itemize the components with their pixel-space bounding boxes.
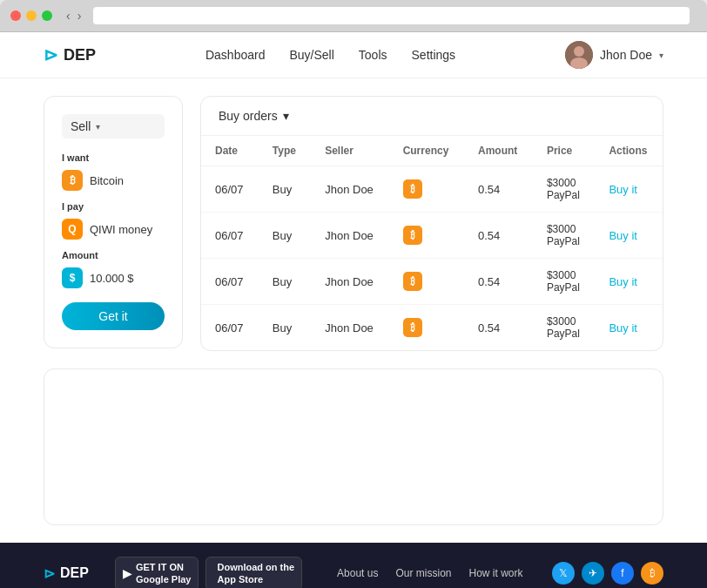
buy-it-button[interactable]: Buy it xyxy=(609,183,637,196)
footer-social: 𝕏 ✈ f ₿ xyxy=(552,562,663,585)
bitcoin-item[interactable]: ₿ Bitcoin xyxy=(62,170,165,191)
table-body: 06/07 Buy Jhon Doe ₿ 0.54 $3000PayPal Bu… xyxy=(201,166,663,351)
app-store-badge[interactable]: Download on the App Store xyxy=(205,557,302,588)
cell-type: Buy xyxy=(259,213,311,259)
app-store-bottom: App Store xyxy=(217,573,294,585)
cell-amount: 0.54 xyxy=(464,213,533,259)
trade-area: Sell ▾ I want ₿ Bitcoin I pay Q QIW xyxy=(44,96,663,351)
i-want-section: I want ₿ Bitcoin xyxy=(62,152,165,191)
qiwi-label: QIWI money xyxy=(90,223,152,236)
footer: ⊳ DEP ▶ GET IT ON Google Play Download o… xyxy=(0,543,707,588)
back-button[interactable]: ‹ xyxy=(66,9,71,23)
buy-it-button[interactable]: Buy it xyxy=(609,229,637,242)
cell-action: Buy it xyxy=(595,166,663,213)
usd-icon: $ xyxy=(62,267,83,288)
cell-type: Buy xyxy=(259,166,311,213)
sell-selector[interactable]: Sell ▾ xyxy=(62,114,165,139)
cell-type: Buy xyxy=(259,259,311,305)
currency-icon-btc: ₿ xyxy=(403,318,422,337)
amount-item: $ 10.000 $ xyxy=(62,267,165,288)
amount-label: Amount xyxy=(62,250,165,260)
nav-dashboard[interactable]: Dashboard xyxy=(205,48,266,62)
buy-orders-arrow: ▾ xyxy=(283,109,289,123)
nav-tools[interactable]: Tools xyxy=(359,48,387,62)
footer-logo-icon: ⊳ xyxy=(44,565,55,582)
orders-table-card: Buy orders ▾ Date Type Seller Currency A… xyxy=(200,96,663,351)
cell-currency: ₿ xyxy=(389,166,464,213)
logo-icon: ⊳ xyxy=(44,44,58,65)
i-pay-label: I pay xyxy=(62,201,165,212)
user-chevron: ▾ xyxy=(659,51,663,60)
cell-amount: 0.54 xyxy=(464,166,533,213)
col-type: Type xyxy=(259,136,311,166)
buy-orders-selector[interactable]: Buy orders ▾ xyxy=(219,109,289,123)
footer-how[interactable]: How it work xyxy=(468,567,522,579)
page: ⊳ DEP Dashboard Buy/Sell Tools Settings … xyxy=(0,32,707,588)
sell-arrow: ▾ xyxy=(96,122,100,132)
table-row: 06/07 Buy Jhon Doe ₿ 0.54 $3000PayPal Bu… xyxy=(201,166,663,213)
sell-label: Sell xyxy=(71,119,91,133)
orders-table: Date Type Seller Currency Amount Price A… xyxy=(201,136,663,350)
cell-seller: Jhon Doe xyxy=(311,305,388,351)
col-amount: Amount xyxy=(464,136,533,166)
cell-price: $3000PayPal xyxy=(533,305,595,351)
footer-about[interactable]: About us xyxy=(337,567,378,579)
col-date: Date xyxy=(201,136,259,166)
main-content: Sell ▾ I want ₿ Bitcoin I pay Q QIW xyxy=(0,78,707,543)
address-bar[interactable] xyxy=(93,7,690,24)
cell-date: 06/07 xyxy=(201,166,259,213)
i-pay-section: I pay Q QIWI money xyxy=(62,201,165,240)
table-header-row: Date Type Seller Currency Amount Price A… xyxy=(201,136,663,166)
footer-stores: ▶ GET IT ON Google Play Download on the … xyxy=(115,557,302,588)
maximize-button[interactable] xyxy=(42,10,52,21)
minimize-button[interactable] xyxy=(26,10,37,21)
google-play-text: GET IT ON Google Play xyxy=(136,561,192,586)
bitcoin-social-icon[interactable]: ₿ xyxy=(641,562,663,585)
google-play-top: GET IT ON xyxy=(136,561,192,573)
table-row: 06/07 Buy Jhon Doe ₿ 0.54 $3000PayPal Bu… xyxy=(201,213,663,259)
footer-mission[interactable]: Our mission xyxy=(395,567,451,579)
currency-icon-btc: ₿ xyxy=(403,179,422,199)
user-name: Jhon Doe xyxy=(600,48,652,62)
cell-type: Buy xyxy=(259,305,311,351)
google-play-icon: ▶ xyxy=(123,566,132,580)
app-store-top: Download on the xyxy=(217,561,294,573)
nav-settings[interactable]: Settings xyxy=(412,48,456,62)
cell-seller: Jhon Doe xyxy=(311,259,388,305)
cell-action: Buy it xyxy=(595,305,663,351)
forward-button[interactable]: › xyxy=(77,9,82,23)
buy-orders-label: Buy orders xyxy=(219,109,278,123)
close-button[interactable] xyxy=(10,10,21,21)
cell-date: 06/07 xyxy=(201,259,259,305)
amount-value: 10.000 $ xyxy=(90,272,134,285)
cell-action: Buy it xyxy=(595,213,663,259)
twitter-icon[interactable]: 𝕏 xyxy=(552,562,575,585)
avatar xyxy=(565,41,593,69)
bitcoin-icon: ₿ xyxy=(62,170,83,191)
telegram-icon[interactable]: ✈ xyxy=(582,562,604,585)
lower-card xyxy=(44,368,663,525)
col-currency: Currency xyxy=(389,136,464,166)
google-play-badge[interactable]: ▶ GET IT ON Google Play xyxy=(115,557,199,588)
col-actions: Actions xyxy=(595,136,663,166)
cell-action: Buy it xyxy=(595,259,663,305)
qiwi-item[interactable]: Q QIWI money xyxy=(62,219,165,240)
facebook-icon[interactable]: f xyxy=(611,562,634,585)
nav-buysell[interactable]: Buy/Sell xyxy=(289,48,333,62)
bitcoin-label: Bitcoin xyxy=(90,174,124,187)
buy-it-button[interactable]: Buy it xyxy=(609,321,637,335)
buy-it-button[interactable]: Buy it xyxy=(609,275,637,288)
cell-amount: 0.54 xyxy=(464,259,533,305)
user-area[interactable]: Jhon Doe ▾ xyxy=(565,41,663,69)
qiwi-icon: Q xyxy=(62,219,83,240)
i-want-label: I want xyxy=(62,152,165,163)
get-it-button[interactable]: Get it xyxy=(62,302,165,330)
cell-currency: ₿ xyxy=(389,305,464,351)
logo: ⊳ DEP xyxy=(44,44,96,65)
cell-amount: 0.54 xyxy=(464,305,533,351)
footer-logo: ⊳ DEP xyxy=(44,565,89,582)
cell-price: $3000PayPal xyxy=(533,259,595,305)
window-chrome: ‹ › xyxy=(0,0,707,32)
cell-currency: ₿ xyxy=(389,259,464,305)
table-row: 06/07 Buy Jhon Doe ₿ 0.54 $3000PayPal Bu… xyxy=(201,259,663,305)
